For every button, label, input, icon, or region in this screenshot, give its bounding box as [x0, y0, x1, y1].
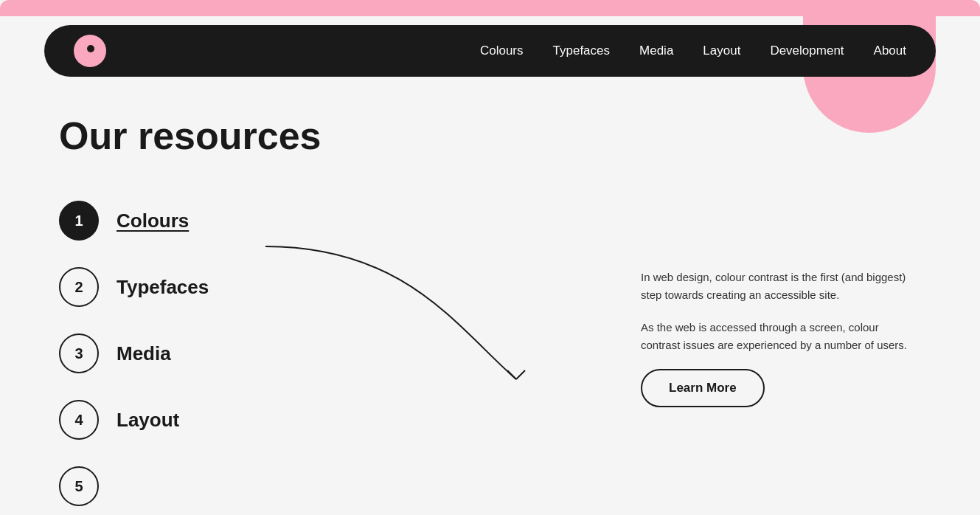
learn-more-button[interactable]: Learn More: [641, 369, 765, 407]
info-text-1: In web design, colour contrast is the fi…: [641, 269, 921, 304]
nav-item-about[interactable]: About: [874, 44, 906, 58]
resource-number-3: 3: [59, 333, 99, 373]
resource-label-4: Layout: [117, 409, 179, 432]
nav-item-typefaces[interactable]: Typefaces: [553, 44, 611, 58]
resource-label-3: Media: [117, 342, 171, 365]
resource-item-5[interactable]: 5: [59, 453, 921, 515]
logo-dot: [87, 45, 94, 52]
nav-links: Colours Typefaces Media Layout Developme…: [480, 44, 906, 58]
resource-number-5: 5: [59, 466, 99, 506]
resource-label-2: Typefaces: [117, 276, 209, 299]
navbar: Colours Typefaces Media Layout Developme…: [44, 25, 936, 77]
logo[interactable]: [74, 35, 106, 67]
resource-item-1[interactable]: 1 Colours: [59, 187, 921, 254]
nav-item-media[interactable]: Media: [639, 44, 673, 58]
page-container: Colours Typefaces Media Layout Developme…: [0, 0, 980, 515]
nav-item-layout[interactable]: Layout: [703, 44, 740, 58]
resource-label-1: Colours: [117, 210, 189, 232]
page-title: Our resources: [59, 114, 921, 158]
resource-number-2: 2: [59, 267, 99, 307]
page-content: Our resources 1 Colours 2 Typefaces 3 Me…: [0, 77, 980, 515]
info-panel: In web design, colour contrast is the fi…: [641, 269, 921, 407]
nav-item-development[interactable]: Development: [770, 44, 844, 58]
resource-number-1: 1: [59, 201, 99, 241]
resource-number-4: 4: [59, 400, 99, 440]
info-text-2: As the web is accessed through a screen,…: [641, 319, 921, 354]
nav-item-colours[interactable]: Colours: [480, 44, 524, 58]
